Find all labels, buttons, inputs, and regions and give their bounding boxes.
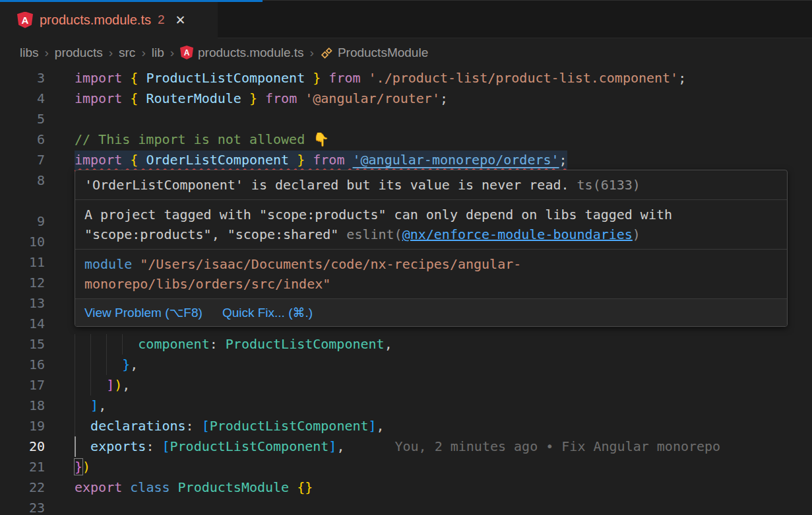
indent-guide <box>90 334 91 395</box>
code-token: exports <box>90 438 146 454</box>
code-token: , <box>98 397 106 413</box>
chevron-right-icon: › <box>141 46 145 60</box>
breadcrumb-item-symbol[interactable]: ProductsModule <box>320 46 428 60</box>
code-line[interactable]: 19 declarations: [ProductListComponent], <box>0 416 812 436</box>
code-token: './product-list/product-list.component' <box>369 70 679 86</box>
code-token <box>122 152 130 168</box>
diagnostic-ts-message: 'OrderListComponent' is declared but its… <box>75 170 787 200</box>
line-number[interactable]: 22 <box>0 477 45 498</box>
breadcrumb-item-products[interactable]: products <box>55 46 103 60</box>
code-token: ProductListComponent <box>138 70 313 86</box>
angular-icon: A <box>17 12 33 28</box>
hover-popup: 'OrderListComponent' is declared but its… <box>75 170 788 327</box>
code-token: { <box>130 90 138 106</box>
code-token: ; <box>440 90 448 106</box>
code-token <box>361 70 369 86</box>
chevron-right-icon: › <box>170 46 174 60</box>
code-token <box>297 90 305 106</box>
code-token <box>75 418 90 434</box>
code-line[interactable]: 4import { RouterModule } from '@angular/… <box>0 88 812 109</box>
breadcrumb-item-file[interactable]: A products.module.ts <box>180 46 304 60</box>
code-line-content: exports: [ProductListComponent],You, 2 m… <box>75 436 812 457</box>
code-line[interactable]: 7import { OrderListComponent } from '@an… <box>0 150 812 170</box>
code-line[interactable]: 17 ]), <box>0 375 812 395</box>
code-token: ] <box>328 438 336 454</box>
line-number[interactable]: 7 <box>0 150 45 170</box>
code-token: { <box>130 70 138 86</box>
close-icon[interactable]: ✕ <box>175 13 186 28</box>
code-token: } <box>249 90 257 106</box>
code-line-content: }) <box>75 457 812 477</box>
tab-title: products.module.ts <box>40 13 151 28</box>
view-problem-link[interactable]: View Problem (⌥F8) <box>84 303 203 322</box>
line-number[interactable]: 17 <box>0 375 45 395</box>
code-line-content: ]), <box>75 375 812 395</box>
code-line-content: export class ProductsModule {} <box>75 477 812 498</box>
line-number[interactable]: 5 <box>0 109 45 129</box>
line-number[interactable]: 8 <box>0 170 45 211</box>
line-number[interactable]: 10 <box>0 232 45 252</box>
symbol-class-icon <box>320 46 333 59</box>
line-number[interactable]: 14 <box>0 314 45 334</box>
indent-guide <box>75 436 76 457</box>
line-number[interactable]: 11 <box>0 252 45 273</box>
code-token: '@angular/router' <box>305 90 440 106</box>
line-number[interactable]: 18 <box>0 395 45 416</box>
angular-icon: A <box>180 46 193 59</box>
line-number[interactable]: 20 <box>0 436 45 457</box>
line-number[interactable]: 15 <box>0 334 45 355</box>
code-token: ) <box>114 377 122 393</box>
code-token: declarations <box>90 418 186 434</box>
line-number[interactable]: 4 <box>0 88 45 109</box>
code-line[interactable]: 22export class ProductsModule {} <box>0 477 812 498</box>
chevron-right-icon: › <box>310 46 314 60</box>
code-token: : <box>210 336 226 352</box>
chevron-right-icon: › <box>45 46 49 60</box>
code-line[interactable]: 21}) <box>0 457 812 477</box>
code-line[interactable]: 23 <box>0 498 812 515</box>
code-line-content: // This import is not allowed 👇 <box>75 129 812 150</box>
code-token: [ <box>202 418 210 434</box>
code-token: } <box>75 459 82 475</box>
code-token: 👇 <box>313 131 329 147</box>
breadcrumb-item-libs[interactable]: libs <box>20 46 39 60</box>
code-line[interactable]: 5 <box>0 109 812 129</box>
code-line-content: import { RouterModule } from '@angular/r… <box>75 88 812 109</box>
code-token: , <box>385 336 392 352</box>
line-number[interactable]: 12 <box>0 273 45 293</box>
code-token: ] <box>369 418 377 434</box>
code-token: : <box>186 418 202 434</box>
code-line[interactable]: 3import { ProductListComponent } from '.… <box>0 68 812 88</box>
quick-fix-link[interactable]: Quick Fix... (⌘.) <box>222 303 313 322</box>
line-number[interactable]: 13 <box>0 293 45 314</box>
code-token: [ <box>162 438 170 454</box>
code-line[interactable]: 18 ], <box>0 395 812 416</box>
code-line-content: declarations: [ProductListComponent], <box>75 416 812 436</box>
line-number[interactable]: 6 <box>0 129 45 150</box>
code-line[interactable]: 20 exports: [ProductListComponent],You, … <box>0 436 812 457</box>
breadcrumb-item-src[interactable]: src <box>119 46 135 60</box>
diagnostic-eslint-message: A project tagged with "scope:products" c… <box>75 200 787 250</box>
top-accent-bar <box>0 0 263 2</box>
code-token: import <box>75 70 122 86</box>
code-token: ; <box>678 70 686 86</box>
code-line[interactable]: 16 }, <box>0 355 812 375</box>
line-number[interactable]: 3 <box>0 68 45 88</box>
error-underlined-code: import { OrderListComponent } from '@ang… <box>75 151 567 170</box>
code-token <box>122 479 130 495</box>
tab-bar: A products.module.ts 2 ✕ <box>0 0 812 38</box>
module-path-block: module "/Users/isaac/Documents/code/nx-r… <box>75 250 787 299</box>
code-token: ; <box>559 152 567 168</box>
tab-products-module[interactable]: A products.module.ts 2 ✕ <box>0 1 218 39</box>
line-number[interactable]: 23 <box>0 498 45 515</box>
line-number[interactable]: 9 <box>0 211 45 232</box>
eslint-rule-link[interactable]: @nx/enforce-module-boundaries <box>402 226 633 242</box>
code-line[interactable]: 6// This import is not allowed 👇 <box>0 129 812 150</box>
code-token: } <box>313 70 321 86</box>
code-line-content <box>75 498 812 515</box>
line-number[interactable]: 19 <box>0 416 45 436</box>
code-token <box>75 357 122 372</box>
breadcrumb-item-lib[interactable]: lib <box>152 46 164 60</box>
line-number[interactable]: 21 <box>0 457 45 477</box>
line-number[interactable]: 16 <box>0 355 45 375</box>
